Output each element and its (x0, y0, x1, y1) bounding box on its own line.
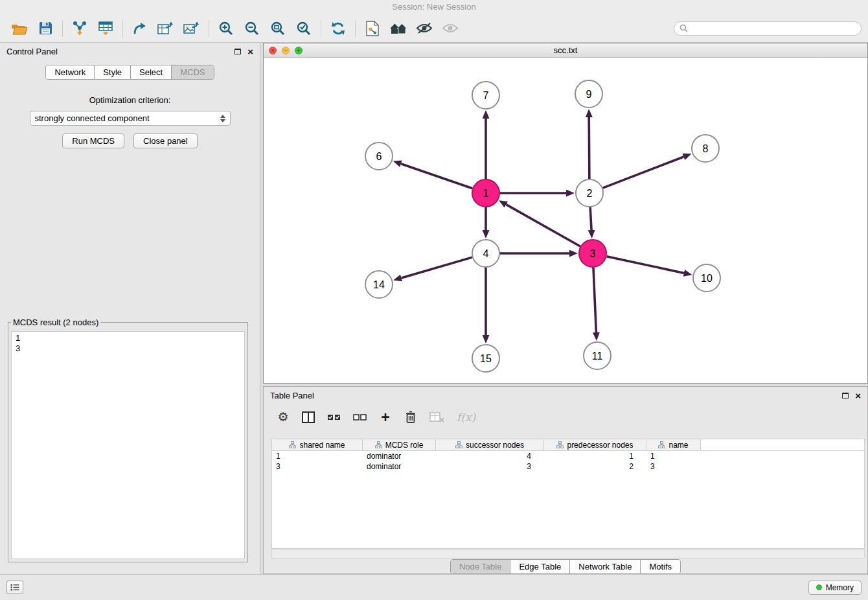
edge-2-3[interactable] (590, 207, 591, 230)
network-window-titlebar[interactable]: × – + scc.txt (264, 43, 867, 58)
sort-icon (375, 441, 382, 448)
edge-2-8[interactable] (603, 157, 684, 188)
search-icon (680, 24, 688, 32)
node-9[interactable]: 9 (575, 80, 602, 108)
open-session-button[interactable] (6, 17, 32, 40)
task-history-button[interactable] (6, 581, 23, 594)
new-network-button[interactable] (127, 17, 153, 40)
node-14[interactable]: 14 (365, 271, 393, 298)
window-titlebar[interactable]: Session: New Session (0, 0, 868, 14)
export-image-button[interactable] (179, 17, 205, 40)
network-graph[interactable]: 7968124314101511 (264, 58, 867, 383)
edge-2-9[interactable] (589, 117, 589, 179)
network-home-button[interactable] (385, 17, 411, 40)
apply-layout-button[interactable] (325, 17, 351, 40)
search-input[interactable] (691, 24, 856, 33)
close-table-panel-icon[interactable]: × (855, 391, 861, 400)
table-panel-title: Table Panel (270, 391, 836, 400)
node-10[interactable]: 10 (693, 264, 720, 292)
tab-node-table[interactable]: Node Table (451, 560, 511, 573)
node-7[interactable]: 7 (472, 82, 499, 109)
column-header-successor-nodes[interactable]: successor nodes (436, 439, 544, 450)
network-document-button[interactable] (360, 17, 385, 40)
zoom-selected-button[interactable] (291, 17, 317, 40)
tab-motifs[interactable]: Motifs (641, 560, 680, 573)
show-graphics-details-button[interactable] (437, 17, 463, 40)
float-table-panel-icon[interactable] (842, 393, 849, 398)
mcds-result-list[interactable]: 13 (11, 331, 245, 559)
criterion-select[interactable]: strongly connected component (30, 111, 231, 126)
column-header-shared-name[interactable]: shared name (272, 439, 363, 450)
delete-table-button[interactable] (429, 412, 444, 422)
deselect-all-button[interactable] (353, 413, 367, 422)
save-floppy-icon (39, 21, 52, 35)
node-3[interactable]: 3 (579, 240, 606, 267)
node-11[interactable]: 11 (584, 342, 611, 369)
tab-network-table[interactable]: Network Table (570, 560, 641, 573)
node-2[interactable]: 2 (576, 179, 603, 207)
close-panel-button[interactable]: Close panel (133, 133, 198, 148)
sort-icon (455, 441, 463, 448)
tab-edge-table[interactable]: Edge Table (510, 560, 570, 573)
node-1[interactable]: 1 (472, 179, 499, 207)
table-settings-button[interactable]: ⚙ (277, 411, 290, 424)
table-row[interactable]: 3dominator323 (272, 461, 864, 472)
import-network-button[interactable] (67, 17, 93, 40)
window-minimize-button[interactable]: – (282, 47, 290, 54)
create-column-button[interactable]: + (379, 411, 392, 424)
zoom-in-button[interactable] (213, 17, 239, 40)
window-close-button[interactable]: × (269, 47, 277, 54)
window-zoom-button[interactable]: + (295, 47, 303, 54)
edge-3-10[interactable] (607, 257, 684, 273)
column-header-MCDS-role[interactable]: MCDS role (363, 439, 436, 450)
table-cell: 1 (544, 451, 646, 461)
memory-button[interactable]: Memory (808, 581, 862, 595)
table-cell: 1 (646, 451, 701, 461)
combo-stepper-icon (220, 115, 225, 122)
column-header-predecessor-nodes[interactable]: predecessor nodes (544, 439, 646, 450)
table-cell: 1 (272, 451, 363, 461)
select-all-icon (327, 413, 341, 422)
zoom-fit-button[interactable] (265, 17, 291, 40)
table-cell: 4 (436, 451, 544, 461)
toolbar-separator (122, 20, 123, 37)
node-6[interactable]: 6 (365, 143, 393, 170)
tab-mcds[interactable]: MCDS (172, 65, 213, 79)
network-view-window: × – + scc.txt 7968124314101511 (263, 43, 868, 384)
zoom-fit-icon (270, 21, 286, 36)
node-4[interactable]: 4 (472, 240, 499, 267)
function-builder-button[interactable]: f(x) (457, 411, 475, 424)
delete-columns-button[interactable] (404, 411, 417, 424)
run-mcds-button[interactable]: Run MCDS (62, 133, 124, 148)
edge-3-11[interactable] (593, 268, 596, 332)
import-table-button[interactable] (93, 17, 119, 40)
tab-select[interactable]: Select (131, 65, 172, 79)
delete-table-icon (429, 412, 444, 422)
save-session-button[interactable] (32, 17, 58, 40)
search-box[interactable] (674, 21, 862, 36)
network-canvas[interactable]: 7968124314101511 (264, 58, 867, 383)
table-panel: Table Panel × ⚙ + (263, 386, 868, 574)
close-panel-icon[interactable]: × (247, 47, 253, 56)
tab-style[interactable]: Style (95, 65, 131, 79)
zoom-out-button[interactable] (239, 17, 265, 40)
import-table-icon (98, 21, 113, 36)
svg-text:3: 3 (590, 248, 596, 259)
node-8[interactable]: 8 (692, 135, 719, 162)
export-table-button[interactable] (153, 17, 179, 40)
result-line: 1 (16, 333, 240, 343)
node-15[interactable]: 15 (472, 345, 499, 372)
edge-4-14[interactable] (402, 257, 472, 278)
svg-text:7: 7 (483, 90, 489, 101)
tab-network[interactable]: Network (46, 65, 95, 79)
table-row[interactable]: 1dominator411 (272, 451, 864, 461)
edge-1-6[interactable] (401, 164, 472, 189)
hide-graphics-details-button[interactable] (411, 17, 437, 40)
table-horizontal-scrollbar[interactable] (271, 549, 865, 559)
float-panel-icon[interactable] (234, 49, 241, 54)
edge-3-1[interactable] (506, 205, 580, 247)
zoom-in-icon (218, 21, 234, 36)
show-columns-button[interactable] (302, 411, 315, 423)
column-header-name[interactable]: name (646, 439, 701, 450)
select-all-button[interactable] (327, 413, 341, 422)
